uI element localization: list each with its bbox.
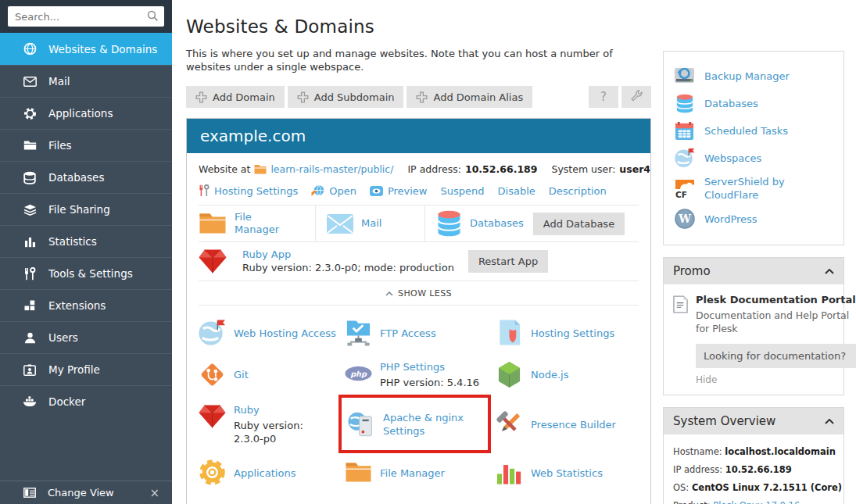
- os-label: OS:: [673, 482, 689, 493]
- databases-label[interactable]: Databases: [470, 217, 524, 230]
- tool-file-manager[interactable]: File Manager: [345, 459, 496, 486]
- sidebar-item-docker[interactable]: Docker: [0, 385, 172, 417]
- calendar-icon: [674, 120, 695, 141]
- add-subdomain-button[interactable]: Add Subdomain: [288, 86, 404, 108]
- sidebar-item-label: My Profile: [48, 363, 100, 376]
- open-site-icon: [311, 184, 324, 197]
- shortcut-servershield-cloudflare[interactable]: CF ServerShield by CloudFlare: [674, 175, 833, 202]
- shortcut-label: Scheduled Tasks: [704, 124, 788, 138]
- shortcut-label: Backup Manager: [704, 70, 790, 83]
- domain-name: example.com: [200, 127, 306, 145]
- cloudflare-icon: CF: [674, 178, 695, 198]
- system-overview-header[interactable]: System Overview: [664, 408, 843, 434]
- sidebar-item-extensions[interactable]: Extensions: [0, 289, 172, 321]
- os-line: OS: CentOS Linux 7.2.1511 (Core): [673, 482, 834, 493]
- tool-git[interactable]: Git: [199, 359, 345, 389]
- close-icon[interactable]: ×: [146, 486, 163, 500]
- tool-web-statistics[interactable]: Web Statistics: [496, 459, 639, 486]
- suspend-link[interactable]: Suspend: [441, 185, 485, 197]
- add-domain-alias-button[interactable]: Add Domain Alias: [407, 86, 532, 108]
- promo-header[interactable]: Promo: [664, 258, 843, 284]
- show-less-toggle[interactable]: SHOW LESS: [199, 281, 639, 306]
- sidebar-item-my-profile[interactable]: My Profile: [0, 353, 172, 385]
- open-link[interactable]: Open: [311, 184, 356, 197]
- tool-hosting-settings[interactable]: Hosting Settings: [496, 319, 639, 346]
- settings-wrench-button[interactable]: [621, 86, 651, 108]
- add-domain-button[interactable]: Add Domain: [186, 86, 285, 108]
- product-line: Product: Plesk Onyx 17.0.16: [673, 500, 834, 504]
- sidebar-item-tools-settings[interactable]: Tools & Settings: [0, 257, 172, 289]
- databases-icon: [674, 93, 695, 113]
- tool-label: Applications: [234, 466, 295, 480]
- sidebar-item-label: Docker: [48, 395, 85, 408]
- change-view-bar[interactable]: Change View ×: [0, 481, 172, 504]
- search-input[interactable]: [8, 6, 164, 27]
- id-badge-icon: [21, 364, 38, 376]
- website-path-link[interactable]: learn-rails-master/public/: [270, 163, 393, 175]
- sidebar-item-mail[interactable]: Mail: [0, 65, 172, 97]
- disable-link[interactable]: Disable: [498, 185, 535, 197]
- ip-value: 10.52.66.189: [465, 163, 538, 175]
- disable-label: Disable: [498, 185, 535, 197]
- shortcut-webspaces[interactable]: Webspaces: [674, 148, 833, 168]
- tool-ftp-access[interactable]: FTP Access: [345, 319, 496, 346]
- promo-docs-button[interactable]: Looking for documentation?: [696, 344, 856, 368]
- domain-card-header: example.com: [187, 119, 650, 153]
- hosting-settings-link[interactable]: Hosting Settings: [199, 184, 298, 197]
- sidebar-item-file-sharing[interactable]: File Sharing: [0, 193, 172, 225]
- website-at-segment: Website at learn-rails-master/public/: [199, 163, 393, 175]
- sidebar-item-label: Applications: [48, 107, 113, 120]
- tools-icon: [21, 267, 38, 281]
- add-domain-alias-label: Add Domain Alias: [433, 91, 523, 103]
- toolbar: Add Domain Add Subdomain Add Domain Alia…: [186, 86, 651, 108]
- shortcut-wordpress[interactable]: W WordPress: [674, 209, 833, 229]
- search-strip: [0, 0, 172, 33]
- sidebar-item-files[interactable]: Files: [0, 129, 172, 161]
- ruby-app-subtitle: Ruby version: 2.3.0-p0; mode: production: [242, 262, 454, 273]
- shortcuts-box: Backup Manager Databases Scheduled Tasks…: [663, 51, 844, 245]
- shortcut-backup-manager[interactable]: Backup Manager: [674, 66, 833, 86]
- sidebar-item-users[interactable]: Users: [0, 321, 172, 353]
- page-description: This is where you set up and manage webs…: [186, 47, 639, 73]
- tool-label: PHP Settings: [380, 360, 445, 374]
- sidebar-item-databases[interactable]: Databases: [0, 161, 172, 193]
- tool-applications[interactable]: Applications: [199, 459, 345, 486]
- wrench-icon: [630, 89, 643, 105]
- domain-info-row: Website at learn-rails-master/public/ IP…: [199, 153, 639, 177]
- search-box: [8, 6, 164, 27]
- change-view-icon: [21, 488, 38, 498]
- add-subdomain-label: Add Subdomain: [314, 91, 395, 103]
- restart-app-button[interactable]: Restart App: [468, 250, 548, 273]
- file-manager-cell[interactable]: File Manager: [199, 206, 316, 241]
- help-button[interactable]: ?: [589, 86, 618, 108]
- ruby-app-link[interactable]: Ruby App: [242, 248, 291, 260]
- shortcut-label: WordPress: [704, 213, 758, 226]
- product-version-link[interactable]: Plesk Onyx 17.0.16: [713, 500, 800, 504]
- tool-web-hosting-access[interactable]: Web Hosting Access: [199, 319, 345, 346]
- wordpress-icon: W: [674, 209, 695, 229]
- shortcut-databases[interactable]: Databases: [674, 93, 833, 113]
- sidebar-item-applications[interactable]: Applications: [0, 97, 172, 129]
- os-value: CentOS Linux 7.2.1511 (Core): [692, 482, 842, 493]
- hosting-settings-icon: [496, 319, 523, 346]
- mail-cell[interactable]: Mail: [316, 206, 425, 241]
- tool-presence-builder[interactable]: Presence Builder: [496, 402, 639, 445]
- tool-php-settings[interactable]: php PHP Settings PHP version: 5.4.16: [345, 359, 496, 389]
- tool-nodejs[interactable]: Node.js: [496, 359, 639, 389]
- sidebar-item-label: File Sharing: [48, 203, 110, 216]
- add-database-button[interactable]: Add Database: [533, 213, 625, 235]
- tool-apache-nginx-settings[interactable]: Apache & nginx Settings: [338, 395, 491, 453]
- folder-icon: [254, 164, 267, 174]
- search-icon[interactable]: [147, 10, 159, 25]
- shortcut-scheduled-tasks[interactable]: Scheduled Tasks: [674, 120, 833, 141]
- description-link[interactable]: Description: [549, 185, 607, 197]
- preview-link[interactable]: Preview: [370, 185, 428, 197]
- promo-hide-link[interactable]: Hide: [696, 374, 856, 385]
- tool-ruby[interactable]: Ruby Ruby version: 2.3.0-p0: [199, 402, 345, 445]
- system-user-value: user4: [619, 163, 650, 175]
- sidebar-item-websites-domains[interactable]: Websites & Domains: [0, 33, 172, 65]
- promo-item-title[interactable]: Plesk Documentation Portal: [696, 294, 856, 306]
- ip-segment: IP address: 10.52.66.189: [407, 163, 537, 175]
- databases-icon: [436, 210, 462, 237]
- sidebar-item-statistics[interactable]: Statistics: [0, 225, 172, 257]
